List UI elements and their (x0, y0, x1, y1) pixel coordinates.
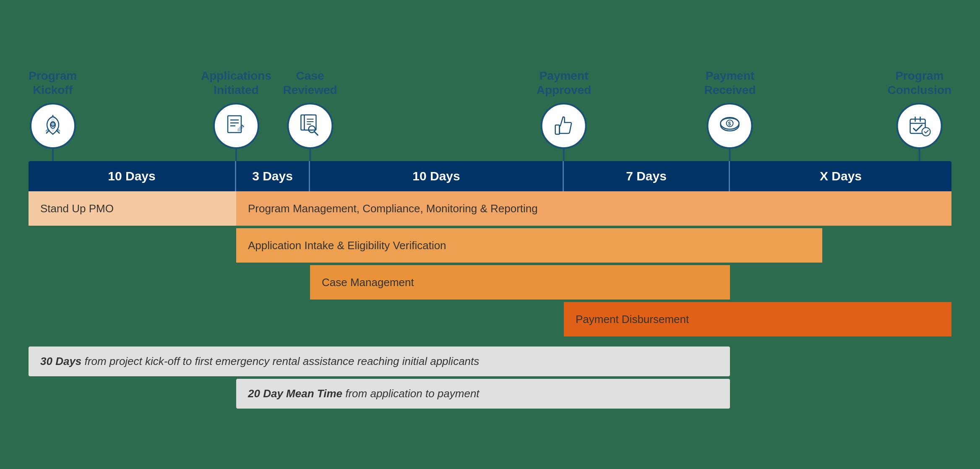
milestone-label-payment-approved: PaymentApproved (537, 69, 592, 97)
note-text-note1: from project kick-off to first emergency… (81, 355, 479, 367)
main-container: ProgramKickoff ApplicationsInitiated (29, 60, 951, 409)
bar-payment-disb: Payment Disbursement (564, 302, 951, 336)
bar-label-case-mgmt: Case Management (322, 276, 414, 289)
header-cell-2: 10 Days (310, 161, 564, 191)
milestones-row: ProgramKickoff ApplicationsInitiated (29, 69, 951, 161)
note-note2: 20 Day Mean Time from application to pay… (236, 379, 730, 409)
notes-area: 30 Days from project kick-off to first e… (29, 347, 951, 409)
milestone-connector-case-reviewed (309, 149, 311, 162)
milestone-circle-case-reviewed (287, 103, 333, 149)
milestone-connector-payment-approved (563, 149, 565, 162)
svg-point-23 (922, 128, 930, 136)
milestone-case-reviewed: CaseReviewed (283, 69, 337, 162)
milestone-connector-applications (235, 149, 237, 162)
gantt-header: 10 Days3 Days10 Days7 DaysX Days (29, 161, 951, 191)
milestone-circle-applications (213, 103, 259, 149)
milestone-label-applications: ApplicationsInitiated (201, 69, 271, 97)
bar-label-intake: Application Intake & Eligibility Verific… (248, 239, 446, 252)
svg-line-13 (314, 132, 318, 135)
milestone-label-payment-received: PaymentReceived (704, 69, 756, 97)
milestone-connector-payment-received (729, 149, 731, 162)
header-cell-3: 7 Days (564, 161, 730, 191)
note-note1: 30 Days from project kick-off to first e… (29, 347, 730, 376)
milestone-applications: ApplicationsInitiated (201, 69, 271, 162)
milestone-conclusion: ProgramConclusion (888, 69, 951, 162)
note-bold-note1: 30 Days (40, 355, 81, 367)
gantt-wrapper: 10 Days3 Days10 Days7 DaysX Days Stand U… (29, 161, 951, 409)
header-cell-4: X Days (730, 161, 951, 191)
gantt-body: Stand Up PMOProgram Management, Complian… (29, 191, 951, 343)
header-cell-1: 3 Days (236, 161, 310, 191)
milestone-circle-conclusion (897, 103, 943, 149)
milestone-label-kickoff: ProgramKickoff (29, 69, 77, 97)
bar-label-pmo: Stand Up PMO (40, 202, 114, 215)
milestone-circle-payment-approved (541, 103, 587, 149)
bar-mgmt: Program Management, Compliance, Monitori… (236, 191, 951, 226)
milestone-payment-received: PaymentReceived $ (704, 69, 756, 162)
svg-text:$: $ (728, 121, 731, 127)
milestone-kickoff: ProgramKickoff (29, 69, 77, 162)
milestone-label-case-reviewed: CaseReviewed (283, 69, 337, 97)
header-cell-0: 10 Days (29, 161, 236, 191)
bar-intake: Application Intake & Eligibility Verific… (236, 228, 822, 263)
milestone-payment-approved: PaymentApproved (537, 69, 592, 162)
milestone-label-conclusion: ProgramConclusion (888, 69, 951, 97)
note-bold-note2: 20 Day Mean Time (248, 387, 342, 400)
bar-label-payment-disb: Payment Disbursement (576, 313, 689, 326)
bar-case-mgmt: Case Management (310, 265, 730, 300)
milestone-circle-payment-received: $ (707, 103, 753, 149)
svg-rect-8 (304, 115, 316, 130)
milestone-connector-kickoff (52, 149, 54, 162)
svg-point-2 (51, 122, 55, 126)
note-text-note2: from application to payment (342, 387, 480, 400)
svg-rect-14 (555, 125, 560, 134)
milestone-circle-kickoff (30, 103, 76, 149)
milestone-connector-conclusion (919, 149, 920, 162)
bar-label-mgmt: Program Management, Compliance, Monitori… (248, 202, 538, 215)
